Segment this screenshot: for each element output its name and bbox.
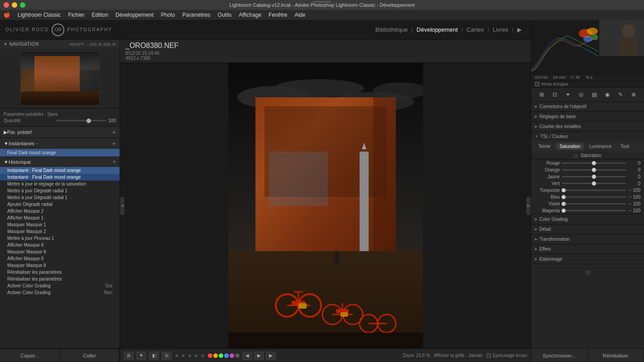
healing-icon[interactable]: ✦: [563, 90, 573, 100]
corrections-objectif-header[interactable]: ▶ Corrections de l'objectif: [531, 102, 644, 111]
view-options-button[interactable]: ▼: [136, 352, 146, 360]
courbe-tonalites-header[interactable]: ▶ Courbe des tonalités: [531, 122, 644, 131]
right-panel-toggle[interactable]: ▶: [526, 197, 531, 215]
history-item[interactable]: Activer Color GradingNon: [0, 289, 120, 296]
right-sections-scroll[interactable]: ▶ Corrections de l'objectif ▶ Réglages d…: [531, 102, 644, 348]
next-photo-button[interactable]: ▶: [266, 352, 276, 360]
radial-filter-icon[interactable]: ◉: [602, 90, 612, 100]
presets-add-button[interactable]: +: [112, 129, 116, 136]
history-item[interactable]: Masquer Masque 8: [0, 262, 120, 269]
photo-origine-checkbox[interactable]: [535, 82, 539, 86]
none-label[interactable]: [235, 353, 240, 358]
rouge-slider[interactable]: [562, 162, 626, 164]
parametres-menu[interactable]: Paramètres: [183, 12, 211, 18]
masking-icon[interactable]: ⊗: [629, 90, 639, 100]
survey-button[interactable]: ⊟: [162, 352, 172, 360]
turquoise-slider[interactable]: [562, 190, 626, 191]
grid-value[interactable]: Jamais: [468, 353, 483, 358]
snapshots-header[interactable]: ▼ Instantanés − +: [0, 138, 120, 149]
vert-slider[interactable]: [562, 183, 626, 184]
quantite-slider[interactable]: [56, 120, 107, 121]
snapshot-item[interactable]: Final Dark mood orange: [0, 149, 120, 157]
presets-header[interactable]: ▶ Par. prédef. +: [0, 127, 120, 138]
tab-teinte[interactable]: Teinte: [535, 143, 554, 150]
effets-header[interactable]: ▶ Effets: [531, 244, 644, 254]
navigation-header[interactable]: ▼ Navigation ADAPT. : 100 % 230 %: [0, 40, 120, 48]
copier-button[interactable]: Copier...: [0, 349, 60, 362]
basic-adjustments-icon[interactable]: ⊞: [537, 90, 547, 100]
etalonnage-header[interactable]: ▶ Etalonnage: [531, 254, 644, 264]
blue-label[interactable]: [224, 353, 229, 358]
color-grading-header[interactable]: ▶ Color Grading: [531, 214, 644, 224]
history-item[interactable]: Afficher Masque 8: [0, 255, 120, 262]
history-item[interactable]: Mettre à jour Dégradé radial 1: [0, 194, 120, 201]
compare-button[interactable]: ◧: [149, 352, 159, 360]
zoom-value[interactable]: 23,8 %: [416, 353, 430, 358]
nav-more[interactable]: ▶: [517, 26, 522, 33]
tab-tout[interactable]: Tout: [617, 143, 633, 150]
violet-slider[interactable]: [562, 203, 626, 205]
transformation-header[interactable]: ▶ Transformation: [531, 234, 644, 244]
reglages-base-header[interactable]: ▶ Réglages de base: [531, 112, 644, 121]
history-item[interactable]: Mettre à jour Dégradé radial 1: [0, 187, 120, 194]
nav-bibliotheque[interactable]: Bibliothèque: [375, 26, 408, 33]
outils-menu[interactable]: Outils: [218, 12, 232, 18]
adjustment-brush-icon[interactable]: ✎: [615, 90, 625, 100]
tsl-header[interactable]: ▼ TSL / Couleur: [531, 132, 644, 141]
aide-menu[interactable]: Aide: [294, 12, 305, 18]
coller-button[interactable]: Coller: [60, 349, 120, 362]
rating-stars[interactable]: ★ ★ ★ ★ ★: [174, 352, 205, 359]
history-item[interactable]: Ajouter Dégradé radial: [0, 201, 120, 208]
history-item[interactable]: Instantané : Final Dark mood orange: [0, 174, 120, 181]
synchroniser-button[interactable]: Synchroniser...: [531, 349, 588, 362]
history-item[interactable]: Masquer Masque 8: [0, 248, 120, 255]
detail-header[interactable]: ▶ Détail: [531, 224, 644, 234]
green-label[interactable]: [219, 353, 223, 358]
purple-label[interactable]: [230, 353, 234, 358]
affichage-menu[interactable]: Affichage: [239, 12, 261, 18]
yellow-label[interactable]: [213, 353, 218, 358]
fenetre-menu[interactable]: Fenêtre: [269, 12, 287, 18]
history-item[interactable]: Activer Color GradingOui: [0, 282, 120, 289]
history-item[interactable]: Mettre à jour Pinceau 1: [0, 235, 120, 242]
fichier-menu[interactable]: Fichier: [68, 12, 84, 18]
history-item[interactable]: Afficher Masque 8: [0, 242, 120, 248]
red-label[interactable]: [208, 353, 212, 358]
apple-menu[interactable]: 🍎: [4, 12, 10, 18]
reinitialiser-button[interactable]: Réinitialiser: [588, 349, 644, 362]
jaune-slider[interactable]: [562, 176, 626, 177]
history-item[interactable]: Masquer Masque 2: [0, 228, 120, 235]
history-item[interactable]: Afficher Masque 2: [0, 208, 120, 214]
left-panel-toggle[interactable]: ◀: [120, 197, 125, 215]
history-item[interactable]: Mettre à jour le réglage de la saturatio…: [0, 181, 120, 187]
history-header[interactable]: ▼ Historique ×: [0, 157, 120, 167]
magenta-slider[interactable]: [562, 210, 626, 211]
close-button[interactable]: [4, 2, 9, 8]
history-item[interactable]: Masquer Masque 1: [0, 221, 120, 228]
history-item[interactable]: Afficher Masque 1: [0, 214, 120, 221]
tab-saturation[interactable]: Saturation: [556, 143, 584, 150]
bleu-slider[interactable]: [562, 196, 626, 198]
tab-luminance[interactable]: Luminance: [586, 143, 615, 150]
minimize-button[interactable]: [12, 2, 17, 8]
developpement-menu[interactable]: Développement: [115, 12, 154, 18]
nav-livres[interactable]: Livres: [493, 26, 509, 33]
maximize-button[interactable]: [20, 2, 25, 8]
red-eye-icon[interactable]: ◎: [576, 90, 586, 100]
crop-icon[interactable]: ⊡: [550, 90, 560, 100]
nav-cartes[interactable]: Cartes: [466, 26, 484, 33]
snapshots-add-button[interactable]: +: [112, 140, 116, 147]
prev-photo-button[interactable]: ◀: [242, 352, 252, 360]
graduated-filter-icon[interactable]: ▤: [589, 90, 599, 100]
snapshots-minus-button[interactable]: −: [35, 141, 38, 146]
play-button[interactable]: ▶: [254, 352, 264, 360]
epreuvage-checkbox[interactable]: [486, 353, 491, 358]
photo-menu[interactable]: Photo: [161, 12, 175, 18]
history-clear-button[interactable]: ×: [113, 159, 116, 165]
history-item[interactable]: Réinitialiser les paramètres: [0, 276, 120, 282]
orange-slider[interactable]: [562, 169, 626, 171]
history-item[interactable]: Réinitialiser les paramètres: [0, 269, 120, 276]
view-mode-button[interactable]: ⊞: [124, 352, 134, 360]
nav-developpement[interactable]: Développement: [417, 26, 458, 33]
app-name-menu[interactable]: Lightroom Classic: [18, 12, 61, 18]
